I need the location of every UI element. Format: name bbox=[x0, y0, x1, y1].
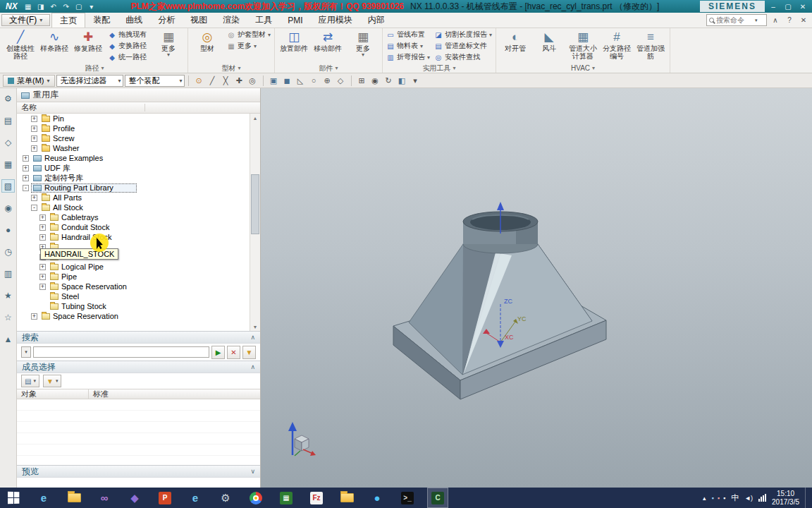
tree-item[interactable]: + Conduit Stock bbox=[17, 222, 250, 232]
menu-button[interactable]: 菜单(M) ▾ bbox=[3, 75, 55, 87]
expander-icon[interactable]: + bbox=[39, 274, 46, 280]
show-desktop-button[interactable] bbox=[805, 488, 809, 508]
menu-grid-icon[interactable]: ▦ bbox=[23, 1, 34, 11]
tree-item[interactable]: Tubing Stock bbox=[17, 301, 250, 311]
ribbon-tab[interactable]: 装配 bbox=[85, 13, 118, 28]
scrollbar-thumb[interactable] bbox=[251, 174, 259, 234]
file-menu-button[interactable]: 文件(F) ▾ bbox=[1, 14, 50, 26]
expander-icon[interactable]: + bbox=[23, 175, 29, 181]
graphics-viewport[interactable]: ZC YC XC bbox=[261, 88, 812, 488]
tree-item[interactable]: Steel bbox=[17, 291, 250, 301]
shaded-view-icon[interactable]: ◧ bbox=[395, 75, 409, 87]
preview-section-header[interactable]: 预览 ∨ bbox=[17, 465, 260, 478]
select-body-icon[interactable]: ◼ bbox=[281, 75, 294, 87]
assembly-navigator-icon[interactable]: ▤ bbox=[1, 114, 15, 127]
taskbar-app-green[interactable]: ▦ bbox=[276, 488, 297, 508]
select-edge-icon[interactable]: ◺ bbox=[294, 75, 307, 87]
ribbon-small-button[interactable]: ◆ 变换路径 bbox=[106, 40, 150, 52]
snap-point-toggle-icon[interactable]: ⊙ bbox=[192, 75, 206, 87]
tree-item[interactable]: + 定制符号库 bbox=[17, 173, 250, 183]
scroll-down-icon[interactable]: ▼ bbox=[253, 322, 258, 331]
ribbon-small-button[interactable]: ◆ 拖拽现有 bbox=[106, 29, 150, 40]
expander-icon[interactable]: + bbox=[23, 165, 29, 171]
undo-icon[interactable]: ↶ bbox=[48, 1, 59, 11]
tree-item[interactable]: + Space Reservation bbox=[17, 282, 250, 291]
taskbar-visual-studio[interactable]: ∞ bbox=[94, 488, 115, 508]
member-view-button[interactable]: ▤ ▾ bbox=[21, 375, 39, 387]
taskbar-camtasia[interactable]: C bbox=[427, 488, 448, 508]
ribbon-group-label[interactable]: 实用工具 ▾ bbox=[385, 64, 493, 73]
more-part-button[interactable]: ▦ 更多 ▾ bbox=[346, 29, 380, 57]
start-button[interactable] bbox=[3, 488, 24, 508]
ribbon-small-button[interactable]: ◎ 护套型材 ▾ bbox=[226, 29, 272, 40]
taskbar-settings-gears[interactable]: ⚙ bbox=[215, 488, 236, 508]
fit-view-icon[interactable]: ⊞ bbox=[355, 75, 369, 87]
ribbon-small-button[interactable]: ▭ 管线布置 bbox=[385, 29, 431, 40]
ribbon-big-button[interactable]: ≡ 管道加强筋 bbox=[634, 29, 668, 61]
snap-midpoint-icon[interactable]: ╳ bbox=[219, 75, 233, 87]
tree-item[interactable]: + Reuse Examples bbox=[17, 153, 250, 163]
search-history-dropdown[interactable]: ▾ bbox=[21, 346, 31, 358]
network-icon[interactable] bbox=[758, 494, 766, 502]
ime-language-indicator[interactable]: 中 bbox=[731, 492, 739, 503]
tray-icon-1[interactable]: ▪ bbox=[712, 495, 714, 502]
expander-icon[interactable]: - bbox=[23, 185, 29, 191]
redo-icon[interactable]: ↷ bbox=[61, 1, 72, 11]
ribbon-group-label[interactable]: 部件 ▾ bbox=[277, 64, 380, 73]
tree-item[interactable]: + Space Reservation bbox=[17, 311, 250, 321]
minimize-button[interactable]: – bbox=[767, 1, 780, 11]
save-icon[interactable]: ◨ bbox=[35, 1, 47, 11]
expander-icon[interactable]: + bbox=[39, 234, 46, 241]
orient-view-icon[interactable]: ◇ bbox=[334, 75, 347, 87]
magnifier-icon[interactable]: ○ bbox=[307, 75, 321, 87]
ribbon-small-button[interactable]: ▥ 折弯报告 ▾ bbox=[385, 52, 431, 63]
ribbon-big-button[interactable]: ∿ 样条路径 bbox=[37, 29, 71, 61]
scroll-up-icon[interactable]: ▲ bbox=[253, 114, 258, 122]
ribbon-big-button[interactable]: ◣ 风斗 bbox=[532, 29, 566, 61]
ribbon-small-button[interactable]: ▦ 更多 ▾ bbox=[226, 40, 272, 52]
tree-item[interactable]: + UDF 库 bbox=[17, 163, 250, 173]
taskbar-powerpoint[interactable]: P bbox=[154, 488, 176, 508]
criteria-column-header[interactable]: 标准 bbox=[89, 389, 260, 399]
name-column-header[interactable]: 名称 bbox=[17, 102, 260, 114]
ribbon-tab[interactable]: 内部 bbox=[360, 13, 393, 28]
ribbon-big-button[interactable]: ◐ 对开管 bbox=[498, 29, 532, 61]
taskbar-folder-2[interactable] bbox=[336, 488, 357, 508]
tree-item[interactable]: + Screw bbox=[17, 133, 250, 143]
tree-item[interactable]: - Routing Part Library bbox=[17, 183, 250, 193]
ribbon-tab[interactable]: 曲线 bbox=[118, 13, 150, 28]
ribbon-big-button[interactable]: ⇄ 移动部件 bbox=[311, 29, 345, 61]
command-finder[interactable]: ▾ bbox=[706, 14, 767, 26]
tree-item[interactable]: + Pipe bbox=[17, 272, 250, 282]
tree-item[interactable]: + Pin bbox=[17, 114, 250, 123]
object-column-header[interactable]: 对象 bbox=[17, 389, 89, 399]
roles-icon[interactable]: ☆ bbox=[1, 310, 15, 324]
process-studio-icon[interactable]: ▥ bbox=[1, 267, 15, 280]
maximize-button[interactable]: ▢ bbox=[782, 1, 794, 11]
history-icon[interactable]: ◷ bbox=[1, 245, 15, 258]
expander-icon[interactable]: + bbox=[39, 214, 46, 221]
expander-icon[interactable]: + bbox=[31, 116, 37, 122]
expander-icon[interactable]: + bbox=[31, 145, 37, 152]
select-face-icon[interactable]: ▣ bbox=[267, 75, 281, 87]
more-view-icon[interactable]: ▾ bbox=[409, 75, 422, 87]
more-commands-icon[interactable]: ▾ bbox=[86, 1, 97, 11]
expander-icon[interactable]: - bbox=[31, 205, 37, 211]
tree-item[interactable]: + Cabletrays bbox=[17, 212, 250, 222]
tree-item[interactable]: + Profile bbox=[17, 123, 250, 133]
snap-endpoint-icon[interactable]: ╱ bbox=[206, 75, 219, 87]
taskbar-file-explorer[interactable] bbox=[63, 488, 85, 508]
gear-icon[interactable]: ⚙ bbox=[1, 92, 15, 105]
tray-icon-3[interactable]: ▪ bbox=[723, 495, 725, 502]
help-icon[interactable]: ? bbox=[784, 15, 795, 26]
reuse-library-icon[interactable]: ▧ bbox=[1, 179, 15, 193]
taskbar-app-purple[interactable]: ◆ bbox=[124, 488, 145, 508]
expander-icon[interactable]: + bbox=[39, 224, 46, 231]
tree-item[interactable]: - All Stock bbox=[17, 202, 250, 212]
tree-scrollbar[interactable]: ▲ ▼ bbox=[250, 114, 260, 331]
taskbar-internet-explorer[interactable]: e bbox=[33, 488, 54, 508]
ribbon-big-button[interactable]: ◎ 型材 bbox=[190, 29, 224, 61]
tray-expand-icon[interactable]: ▴ bbox=[703, 495, 706, 502]
ribbon-small-button[interactable]: ▤ 物料表 ▾ bbox=[385, 40, 431, 52]
member-select-section-header[interactable]: 成员选择 ∧ bbox=[17, 361, 260, 373]
